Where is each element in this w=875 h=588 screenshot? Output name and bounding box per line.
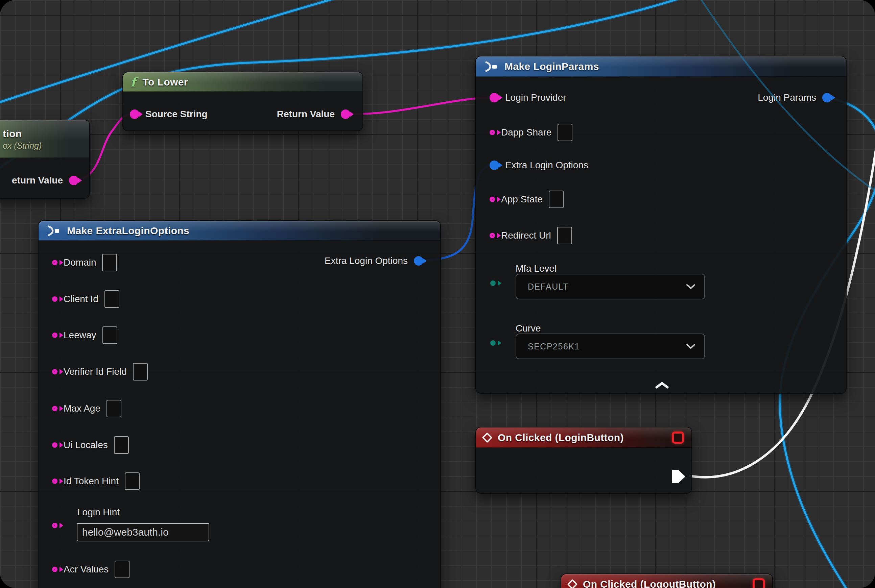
pin-curve[interactable] <box>490 340 496 346</box>
pin-ui-locales[interactable] <box>52 442 57 448</box>
pin-id-token-hint[interactable] <box>52 478 57 484</box>
client-id-value-box[interactable] <box>104 290 119 308</box>
pin-label-app-state: App State <box>501 194 543 205</box>
pin-acr-values[interactable] <box>52 567 57 572</box>
pin-login-hint[interactable] <box>52 523 57 528</box>
pin-extra-login-options-out[interactable] <box>414 256 423 266</box>
pin-label-source-string: Source String <box>145 109 207 120</box>
pin-domain[interactable] <box>52 260 57 265</box>
pin-source-string[interactable] <box>130 110 139 119</box>
ui-locales-value-box[interactable] <box>114 436 129 454</box>
max-age-value-box[interactable] <box>107 400 121 417</box>
pin-label-extra-login-options-out: Extra Login Options <box>325 255 408 266</box>
node-get-text-subtitle-fragment: ox (String) <box>3 141 42 151</box>
node-make-login-params-header: Make LoginParams <box>476 56 846 77</box>
node-on-clicked-logout[interactable]: On Clicked (LogoutButton) <box>561 573 773 588</box>
pin-label-max-age: Max Age <box>63 403 101 414</box>
curve-value: SECP256K1 <box>528 342 580 351</box>
pin-login-params-out[interactable] <box>822 93 832 102</box>
widget-bind-indicator-icon <box>753 578 765 588</box>
wire-tolower-to-provider[interactable] <box>342 98 491 114</box>
node-make-login-params-title: Make LoginParams <box>504 61 599 72</box>
pin-return-value-partial[interactable] <box>69 176 78 185</box>
id-token-hint-value-box[interactable] <box>125 472 140 490</box>
pin-label-acr-values: Acr Values <box>63 564 108 575</box>
make-struct-icon <box>484 61 498 72</box>
leeway-value-box[interactable] <box>102 327 117 344</box>
pin-dapp-share[interactable] <box>490 130 495 135</box>
pin-max-age[interactable] <box>52 406 57 411</box>
pin-return-value[interactable] <box>341 110 350 119</box>
node-make-extra-login-options[interactable]: Make ExtraLoginOptions Extra Login Optio… <box>38 220 441 588</box>
redirect-url-value-box[interactable] <box>557 227 572 244</box>
collapse-chevron-icon[interactable] <box>654 381 669 389</box>
pin-label-id-token-hint: Id Token Hint <box>63 476 119 487</box>
function-icon: f <box>131 76 136 88</box>
blueprint-canvas[interactable]: tion ox (String) eturn Value f To Lower … <box>0 0 875 588</box>
node-on-clicked-logout-header: On Clicked (LogoutButton) <box>561 574 772 588</box>
node-on-clicked-logout-title: On Clicked (LogoutButton) <box>583 579 716 588</box>
event-icon <box>482 432 492 443</box>
domain-value-box[interactable] <box>102 254 117 272</box>
node-on-clicked-login[interactable]: On Clicked (LoginButton) <box>475 427 692 494</box>
pin-extra-login-options-in[interactable] <box>490 160 499 170</box>
node-to-lower[interactable]: f To Lower Source String Return Value <box>122 72 363 131</box>
pin-label-leeway: Leeway <box>63 330 96 340</box>
acr-values-value-box[interactable] <box>114 561 129 578</box>
pin-label-ui-locales: Ui Locales <box>63 440 108 450</box>
pin-label-dapp-share: Dapp Share <box>501 127 552 138</box>
login-hint-input[interactable] <box>77 523 209 542</box>
pin-label-redirect-url: Redirect Url <box>501 230 551 241</box>
exec-out-pin[interactable] <box>671 469 687 484</box>
pin-label-login-hint: Login Hint <box>77 507 120 518</box>
pin-client-id[interactable] <box>52 296 57 302</box>
dapp-share-value-box[interactable] <box>558 124 573 141</box>
pin-label-extra-login-options-in: Extra Login Options <box>505 160 588 171</box>
widget-bind-indicator-icon <box>672 432 684 444</box>
pin-label-mfa-level: Mfa Level <box>516 263 556 274</box>
pin-verifier-id-field[interactable] <box>52 369 57 374</box>
pin-login-provider[interactable] <box>490 93 499 102</box>
pin-label-login-params-out: Login Params <box>758 92 816 103</box>
pin-label-curve: Curve <box>516 323 541 334</box>
node-make-extra-header: Make ExtraLoginOptions <box>39 221 440 241</box>
chevron-down-icon <box>686 344 696 349</box>
mfa-level-dropdown[interactable]: DEFAULT <box>516 274 705 299</box>
verifier-id-field-value-box[interactable] <box>133 363 148 381</box>
pin-label-client-id: Client Id <box>63 294 98 304</box>
pin-label-login-provider: Login Provider <box>505 92 566 103</box>
event-icon <box>567 579 577 588</box>
node-make-login-params[interactable]: Make LoginParams Login Provider Login Pa… <box>475 56 846 394</box>
pin-label-return-value-partial: eturn Value <box>12 175 63 186</box>
node-get-text-title-fragment: tion <box>3 128 22 140</box>
app-state-value-box[interactable] <box>549 190 564 208</box>
node-get-text-partial[interactable]: tion ox (String) eturn Value <box>0 120 90 199</box>
pin-leeway[interactable] <box>52 333 57 338</box>
pin-label-return-value: Return Value <box>277 109 335 120</box>
node-make-extra-title: Make ExtraLoginOptions <box>67 225 189 237</box>
pin-label-verifier-id-field: Verifier Id Field <box>63 366 127 377</box>
make-struct-icon <box>46 225 60 237</box>
pin-redirect-url[interactable] <box>490 233 495 238</box>
pin-mfa-level[interactable] <box>490 280 496 286</box>
pin-app-state[interactable] <box>490 196 495 202</box>
node-to-lower-header: f To Lower <box>123 72 362 92</box>
mfa-level-value: DEFAULT <box>528 282 569 292</box>
node-to-lower-title: To Lower <box>143 76 188 88</box>
node-on-clicked-login-header: On Clicked (LoginButton) <box>476 428 692 448</box>
pin-label-domain: Domain <box>63 257 96 268</box>
curve-dropdown[interactable]: SECP256K1 <box>516 333 705 359</box>
node-get-text-header: tion ox (String) <box>0 120 89 158</box>
node-on-clicked-login-title: On Clicked (LoginButton) <box>498 432 624 443</box>
chevron-down-icon <box>686 284 696 289</box>
